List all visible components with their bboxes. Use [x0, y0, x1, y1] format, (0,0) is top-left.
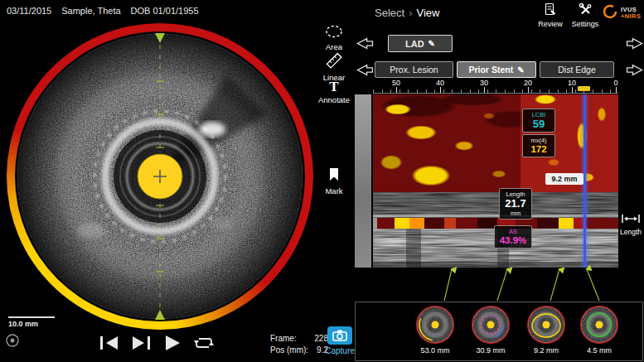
mark-icon	[328, 171, 340, 185]
length-value: 21.7	[500, 198, 531, 210]
length-icon	[621, 212, 641, 226]
bookmark-label: 9.2 mm	[521, 346, 571, 355]
ruler-tick-label: 10	[568, 79, 576, 87]
review-button[interactable]: Review	[532, 2, 569, 28]
step-back-icon	[99, 335, 119, 351]
segment-button-prior-stent[interactable]: Prior Stent ✎	[457, 61, 536, 78]
logo-icon	[602, 3, 618, 23]
tool-area[interactable]: Area	[317, 25, 351, 51]
left-arrow-icon	[356, 64, 374, 76]
lcbi-value: 59	[523, 118, 554, 130]
patient-dob: DOB 01/01/1955	[131, 6, 199, 16]
tool-linear[interactable]: Linear	[317, 52, 351, 82]
ruler-tick-label: 0	[613, 79, 617, 87]
settings-button[interactable]: Settings	[567, 2, 603, 28]
position-cursor[interactable]	[583, 94, 586, 268]
ruler-position-marker	[578, 86, 590, 91]
breadcrumb-select[interactable]: Select	[375, 7, 404, 19]
review-icon	[544, 4, 557, 18]
pos-label: Pos (mm):	[270, 345, 308, 356]
bookmark-arrows	[355, 265, 643, 301]
step-forward-icon	[131, 335, 151, 351]
breadcrumb-separator: ›	[409, 7, 412, 19]
capture-button[interactable]: Capture	[325, 326, 355, 355]
tool-annotate-label: Annotate	[317, 95, 351, 104]
vessel-next-button[interactable]	[626, 37, 643, 51]
edit-pencil-icon: ✎	[517, 65, 524, 75]
mx-label: mx(4)	[523, 137, 554, 144]
mx-value: 172	[523, 144, 554, 155]
segment-button-prox-lesion[interactable]: Prox. Lesion	[375, 61, 453, 78]
segment-button-dist-edge[interactable]: Dist Edge	[540, 61, 614, 78]
as-label: AS	[495, 228, 531, 235]
linear-icon	[326, 57, 342, 71]
playback-controls	[99, 334, 214, 352]
segment-prev-button[interactable]	[356, 64, 374, 77]
loop-icon	[194, 335, 214, 351]
segment-next-button[interactable]	[626, 64, 643, 77]
tool-annotate[interactable]: T Annotate	[317, 80, 351, 104]
patient-info: 03/11/2015Sample, ThetaDOB 01/01/1955	[7, 6, 209, 16]
bookmark-label: 53.0 mm	[410, 346, 460, 355]
length-tool[interactable]: Length	[618, 212, 643, 236]
camera-icon	[327, 326, 352, 345]
left-arrow-icon	[356, 37, 374, 50]
lcbi-badge: LCBI 59 mx(4) 172	[522, 109, 555, 159]
length-tool-label: Length	[618, 228, 643, 236]
ivus-view[interactable]	[7, 23, 313, 330]
area-icon	[325, 27, 343, 41]
bookmark-thumbnail[interactable]	[471, 305, 511, 345]
guide-catheter-region	[355, 94, 371, 268]
stenosis-badge: AS 43.9%	[494, 225, 532, 249]
settings-icon	[579, 4, 592, 18]
length-unit: mm	[500, 210, 531, 217]
segment-label: Dist Edge	[558, 65, 596, 75]
exam-date: 03/11/2015	[7, 6, 51, 16]
step-back-button[interactable]	[99, 334, 119, 352]
ivus-image	[15, 31, 305, 321]
ruler-tick-label: 30	[480, 79, 488, 87]
bookmark-label: 30.9 mm	[466, 346, 516, 355]
tool-area-label: Area	[317, 42, 351, 51]
scale-bar	[8, 316, 55, 318]
annotate-icon: T	[317, 80, 351, 94]
bookmark-thumbnail[interactable]	[526, 305, 566, 345]
ruler-tick-label: 40	[436, 79, 444, 87]
segment-label: Prior Stent	[468, 65, 513, 75]
review-label: Review	[532, 20, 569, 28]
position-label: 9.2 mm	[545, 173, 583, 185]
capture-label: Capture	[325, 346, 355, 355]
bookmark-thumbnail[interactable]	[415, 305, 455, 345]
bookmark-label: 4.5 mm	[574, 346, 624, 355]
frame-label: Frame:	[270, 333, 297, 345]
logo: IVUS +NIRS	[602, 3, 641, 23]
vessel-select-button[interactable]: LAD ✎	[388, 35, 453, 52]
display-settings-icon[interactable]	[5, 333, 20, 351]
breadcrumb: Select›View	[375, 7, 439, 19]
loop-button[interactable]	[194, 334, 214, 352]
play-icon	[164, 335, 181, 351]
vessel-prev-button[interactable]	[356, 37, 374, 51]
right-arrow-icon	[626, 64, 643, 76]
edit-pencil-icon: ✎	[429, 39, 435, 48]
ruler-tick-label: 20	[524, 79, 532, 87]
right-arrow-icon	[626, 37, 643, 50]
vessel-name: LAD	[405, 39, 424, 49]
settings-label: Settings	[567, 20, 603, 28]
bookmark-thumbnail[interactable]	[579, 305, 619, 345]
ruler-tick-label: 50	[392, 79, 400, 87]
tool-mark[interactable]: Mark	[317, 167, 351, 195]
tool-mark-label: Mark	[317, 186, 351, 195]
as-value: 43.9%	[495, 235, 531, 246]
scale-label: 10.0 mm	[8, 320, 38, 328]
frame-info: Frame: 228 Pos (mm): 9.2	[270, 333, 328, 356]
length-badge: Length 21.7 mm	[499, 188, 532, 220]
bookmark-strip: 53.0 mm 30.9 mm 9.2 mm 4.5 mm	[355, 302, 643, 361]
patient-name: Sample, Theta	[61, 6, 120, 16]
segment-label: Prox. Lesion	[390, 65, 438, 75]
logo-line2: +NIRS	[621, 13, 641, 21]
breadcrumb-view: View	[416, 7, 439, 19]
step-forward-button[interactable]	[131, 334, 151, 352]
play-button[interactable]	[162, 334, 182, 352]
